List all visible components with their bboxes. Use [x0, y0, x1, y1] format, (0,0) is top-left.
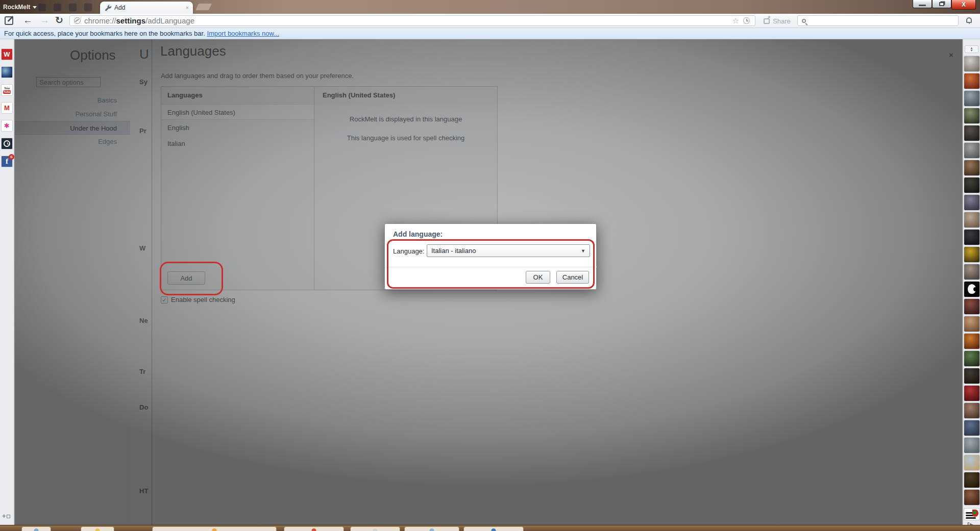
settings-page: Options BasicsPersonal StuffUnder the Ho… — [15, 39, 962, 525]
left-app-edge: WYouTubeM✱f6 + — [0, 39, 14, 525]
window-app-icon — [430, 528, 434, 531]
friend-avatar[interactable] — [964, 108, 979, 123]
close-icon: X — [962, 1, 966, 8]
taskbar-browser-app[interactable] — [152, 526, 277, 531]
compose-icon[interactable] — [5, 16, 13, 25]
dialog-separator — [385, 267, 597, 267]
globe-icon[interactable] — [1, 66, 13, 78]
url-path: /addLanguage — [145, 16, 194, 25]
friend-avatar[interactable] — [964, 247, 979, 262]
reload-icon[interactable]: ↻ — [55, 15, 63, 25]
window-controls: X — [913, 0, 976, 10]
address-bar[interactable]: chrome://settings/addLanguage ☆ — [69, 15, 755, 26]
friend-avatar[interactable] — [964, 455, 979, 470]
restore-icon — [939, 2, 944, 6]
facebook-badge: 6 — [9, 154, 14, 160]
tab-close-icon[interactable]: × — [186, 5, 189, 11]
bookmark-star-icon[interactable]: ✱ — [1, 120, 13, 132]
friend-avatar[interactable] — [964, 264, 979, 280]
ok-button[interactable]: OK — [526, 271, 550, 284]
background-tab-icon — [53, 3, 62, 12]
url-bar-icons: ☆ — [732, 17, 755, 24]
friend-avatar[interactable] — [964, 91, 979, 106]
share-label: Share — [773, 17, 791, 25]
forward-icon[interactable]: → — [40, 15, 50, 25]
youtube-icon[interactable]: YouTube — [1, 84, 13, 96]
friend-avatar[interactable] — [964, 230, 979, 245]
tab-title: Add — [114, 4, 125, 11]
add-language-dialog: Add language: Language: Italian - italia… — [384, 223, 597, 290]
scroll-down-icon: ▼ — [970, 49, 973, 52]
friend-avatar[interactable] — [964, 368, 979, 384]
red-app-icon — [312, 528, 316, 531]
friend-avatar[interactable] — [964, 316, 979, 332]
cancel-button[interactable]: Cancel — [556, 271, 589, 284]
bookmarks-bar: For quick access, place your bookmarks h… — [0, 28, 980, 39]
friend-avatar[interactable] — [964, 73, 979, 89]
bookmarks-hint: For quick access, place your bookmarks h… — [4, 30, 205, 37]
bookmark-star-icon[interactable]: ☆ — [732, 17, 739, 24]
notifications-bell-icon[interactable] — [966, 17, 972, 23]
browser-app-icon — [212, 528, 217, 531]
gmail-icon[interactable]: M — [1, 102, 13, 114]
minimize-icon — [919, 5, 926, 6]
taskbar-gray-app[interactable] — [350, 526, 400, 531]
rockmelt-menu-button[interactable]: RockMelt — [3, 3, 37, 12]
history-clock-icon[interactable] — [1, 138, 13, 149]
friend-avatar[interactable] — [964, 178, 979, 193]
friend-avatar[interactable] — [964, 125, 979, 141]
friend-avatar[interactable] — [964, 282, 979, 297]
taskbar-red-app[interactable] — [284, 526, 344, 531]
taskbar-folder-app[interactable] — [81, 526, 114, 531]
browser-toolbar: ← → ↻ chrome://settings/addLanguage ☆ Sh… — [0, 14, 980, 28]
gray-app-icon — [373, 528, 378, 531]
tab-settings-add[interactable]: Add × — [100, 2, 193, 14]
background-tab-icon — [38, 3, 46, 12]
friend-avatar[interactable] — [964, 160, 979, 175]
url-host: settings — [116, 16, 146, 25]
new-tab-button[interactable] — [195, 4, 212, 10]
friend-avatar[interactable] — [964, 420, 979, 436]
close-button[interactable]: X — [951, 0, 976, 10]
taskbar-start-orb[interactable] — [21, 526, 51, 531]
add-edge-button[interactable]: + — [2, 512, 10, 520]
friend-avatar[interactable] — [964, 56, 979, 71]
friend-avatar[interactable] — [964, 403, 979, 418]
facebook-icon[interactable]: f6 — [1, 156, 13, 167]
language-select-value: Italian - italiano — [427, 247, 476, 255]
share-button[interactable]: Share — [764, 16, 791, 26]
search-icon — [802, 19, 806, 23]
background-tab-icon — [84, 3, 92, 12]
globe-app-icon — [492, 528, 496, 531]
friend-avatar[interactable] — [964, 143, 979, 158]
chevron-down-icon: ▼ — [581, 248, 590, 254]
friend-avatar[interactable] — [964, 334, 979, 349]
search-input[interactable] — [797, 15, 959, 26]
taskbar-window-app[interactable] — [404, 526, 459, 531]
friend-avatar[interactable] — [964, 386, 979, 401]
app-logo-tile[interactable] — [964, 509, 979, 520]
language-select[interactable]: Italian - italiano ▼ — [427, 244, 590, 257]
restore-button[interactable] — [932, 0, 951, 8]
rockmelt-site-icon[interactable]: W — [1, 48, 13, 60]
minimize-button[interactable] — [913, 0, 932, 8]
window-titlebar: RockMelt Add × X — [0, 0, 980, 14]
dialog-title: Add language: — [393, 230, 443, 238]
friend-avatar[interactable] — [964, 351, 979, 366]
back-icon[interactable]: ← — [23, 15, 33, 25]
history-clock-icon[interactable] — [743, 17, 750, 24]
background-tab-icon — [68, 3, 77, 12]
apple-logo-icon — [968, 284, 976, 294]
friend-avatar[interactable] — [964, 472, 979, 488]
wrench-icon — [104, 4, 111, 11]
friend-avatar[interactable] — [964, 195, 979, 210]
friend-avatar[interactable] — [964, 212, 979, 227]
import-bookmarks-link[interactable]: Import bookmarks now... — [207, 30, 279, 37]
friend-avatar[interactable] — [964, 438, 979, 453]
friend-avatar[interactable] — [964, 490, 979, 505]
language-label: Language: — [393, 247, 424, 255]
taskbar-globe-app[interactable] — [463, 526, 524, 531]
page-security-icon — [74, 17, 81, 24]
edge-scroll-control[interactable]: ▲ ▼ — [965, 45, 978, 53]
friend-avatar[interactable] — [964, 299, 979, 314]
